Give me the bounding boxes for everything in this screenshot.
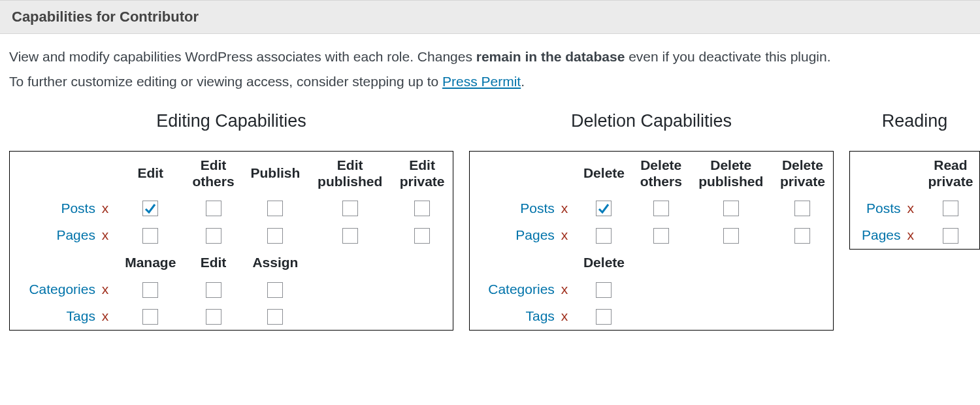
col-manage: Manage xyxy=(116,249,184,276)
cap-read-private-posts[interactable] xyxy=(943,201,958,216)
reading-header-row: Readprivate xyxy=(850,151,980,195)
col-delete-private: Deleteprivate xyxy=(772,151,834,195)
row-categories-remove[interactable]: x xyxy=(102,282,109,297)
cap-edit-others-pages[interactable] xyxy=(206,228,221,244)
editing-row-categories: Categories x xyxy=(10,276,453,302)
cap-publish-pages[interactable] xyxy=(267,228,283,244)
del-row-tags-remove[interactable]: x xyxy=(561,308,568,323)
cap-delete-posts[interactable] xyxy=(596,201,612,216)
cap-delete-pages[interactable] xyxy=(596,228,612,244)
cap-edit-private-posts[interactable] xyxy=(414,201,430,216)
reading-table: Readprivate Posts x Pages x xyxy=(849,151,980,250)
cap-manage-categories[interactable] xyxy=(142,282,158,298)
editing-row-tags: Tags x xyxy=(10,303,453,331)
del-row-pages-link[interactable]: Pages xyxy=(515,227,555,242)
intro-line2-post: . xyxy=(521,74,525,89)
cap-edit-published-pages[interactable] xyxy=(342,228,358,244)
intro-line2-pre: To further customize editing or viewing … xyxy=(9,74,442,89)
cap-edit-tags[interactable] xyxy=(206,309,221,325)
col-delete-others: Deleteothers xyxy=(632,151,690,195)
col-assign: Assign xyxy=(242,249,308,276)
del-row-posts-remove[interactable]: x xyxy=(561,201,568,216)
editing-row-pages: Pages x xyxy=(10,221,453,248)
col-edit-private: Editprivate xyxy=(391,151,453,195)
cap-manage-tags[interactable] xyxy=(142,309,158,325)
read-row-posts-link[interactable]: Posts xyxy=(866,201,901,216)
editing-header-row: Edit Editothers Publish Editpublished Ed… xyxy=(10,151,453,195)
group-reading: Reading Readprivate Posts x Pages x xyxy=(849,111,980,250)
cap-delete-tags[interactable] xyxy=(596,309,612,325)
col-edit-others: Editothers xyxy=(184,151,242,195)
cap-delete-others-pages[interactable] xyxy=(653,228,669,244)
deletion-row-tags: Tags x xyxy=(470,303,834,331)
cap-delete-private-posts[interactable] xyxy=(794,201,810,216)
row-categories-link[interactable]: Categories xyxy=(29,282,95,297)
col-edit: Edit xyxy=(116,151,184,195)
del-row-categories-remove[interactable]: x xyxy=(561,282,568,297)
intro-line1-bold: remain in the database xyxy=(476,49,625,64)
press-permit-link[interactable]: Press Permit xyxy=(442,74,521,89)
read-row-posts-remove[interactable]: x xyxy=(907,201,914,216)
cap-edit-published-posts[interactable] xyxy=(342,201,358,216)
cap-delete-private-pages[interactable] xyxy=(794,228,810,244)
cap-assign-tags[interactable] xyxy=(267,309,283,325)
editing-table: Edit Editothers Publish Editpublished Ed… xyxy=(9,151,453,331)
col-publish: Publish xyxy=(242,151,308,195)
group-deletion-title: Deletion Capabilities xyxy=(469,111,834,131)
deletion-row-categories: Categories x xyxy=(470,276,834,302)
cap-edit-posts[interactable] xyxy=(142,201,158,216)
cap-edit-pages[interactable] xyxy=(142,228,158,244)
cap-delete-categories[interactable] xyxy=(596,282,612,298)
editing-terms-header-row: Manage Edit Assign xyxy=(10,249,453,276)
intro-text: View and modify capabilities WordPress a… xyxy=(0,34,980,99)
cap-delete-published-posts[interactable] xyxy=(723,201,739,216)
cap-edit-categories[interactable] xyxy=(206,282,221,298)
col-read-private: Readprivate xyxy=(922,151,980,195)
col-delete-terms: Delete xyxy=(576,249,632,276)
capability-groups: Editing Capabilities Edit Editothers Pub… xyxy=(0,99,980,344)
cap-assign-categories[interactable] xyxy=(267,282,283,298)
group-reading-title: Reading xyxy=(849,111,980,131)
group-editing-title: Editing Capabilities xyxy=(9,111,453,131)
row-posts-link[interactable]: Posts xyxy=(61,201,95,216)
read-row-pages-link[interactable]: Pages xyxy=(862,227,901,242)
deletion-header-row: Delete Deleteothers Deletepublished Dele… xyxy=(470,151,834,195)
deletion-table: Delete Deleteothers Deletepublished Dele… xyxy=(469,151,834,331)
row-tags-link[interactable]: Tags xyxy=(67,308,95,323)
col-delete: Delete xyxy=(576,151,632,195)
cap-read-private-pages[interactable] xyxy=(943,228,958,244)
group-editing: Editing Capabilities Edit Editothers Pub… xyxy=(9,111,453,331)
row-pages-remove[interactable]: x xyxy=(102,227,109,242)
deletion-row-posts: Posts x xyxy=(470,195,834,221)
cap-edit-others-posts[interactable] xyxy=(206,201,221,216)
cap-delete-others-posts[interactable] xyxy=(653,201,669,216)
group-deletion: Deletion Capabilities Delete Deleteother… xyxy=(469,111,834,331)
read-row-pages-remove[interactable]: x xyxy=(907,227,914,242)
row-posts-remove[interactable]: x xyxy=(102,201,109,216)
deletion-terms-header-row: Delete xyxy=(470,249,834,276)
intro-line1-pre: View and modify capabilities WordPress a… xyxy=(9,49,476,64)
row-pages-link[interactable]: Pages xyxy=(56,227,95,242)
row-tags-remove[interactable]: x xyxy=(102,308,109,323)
reading-row-posts: Posts x xyxy=(850,195,980,221)
reading-row-pages: Pages x xyxy=(850,221,980,249)
panel-header: Capabilities for Contributor xyxy=(0,0,980,34)
del-row-posts-link[interactable]: Posts xyxy=(520,201,555,216)
del-row-tags-link[interactable]: Tags xyxy=(525,308,554,323)
cap-publish-posts[interactable] xyxy=(267,201,283,216)
del-row-categories-link[interactable]: Categories xyxy=(488,282,555,297)
col-edit-terms: Edit xyxy=(184,249,242,276)
col-delete-published: Deletepublished xyxy=(690,151,772,195)
deletion-row-pages: Pages x xyxy=(470,221,834,248)
editing-row-posts: Posts x xyxy=(10,195,453,221)
panel-title: Capabilities for Contributor xyxy=(12,8,968,25)
col-edit-published: Editpublished xyxy=(308,151,391,195)
intro-line1-post: even if you deactivate this plugin. xyxy=(625,49,830,64)
cap-edit-private-pages[interactable] xyxy=(414,228,430,244)
del-row-pages-remove[interactable]: x xyxy=(561,227,568,242)
cap-delete-published-pages[interactable] xyxy=(723,228,739,244)
